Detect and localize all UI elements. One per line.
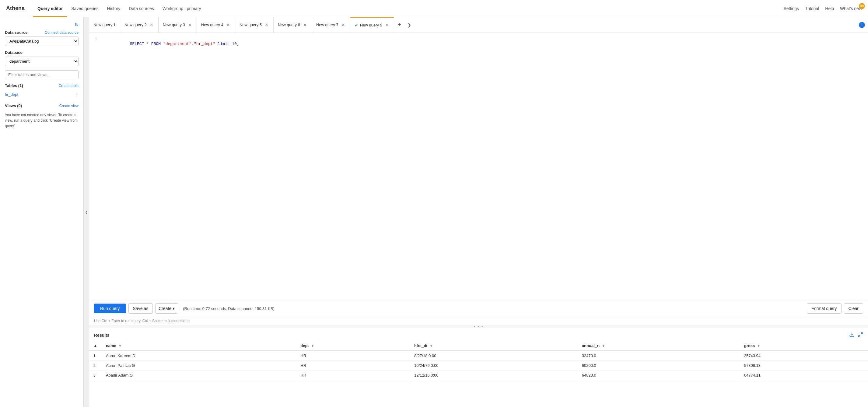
toolbar-right: Format query Clear <box>807 303 863 314</box>
results-table-body: 1 Aaron Kareem D HR 8/27/18 0:00 32470.0… <box>89 351 868 380</box>
tab-new-query-6[interactable]: New query 6 ✕ <box>274 17 312 33</box>
nav-query-editor[interactable]: Query editor <box>33 0 67 17</box>
cell-dept-0: HR <box>296 351 410 361</box>
cell-hire-dt-0: 8/27/18 0:00 <box>410 351 578 361</box>
cell-rownum-2: 3 <box>89 371 102 380</box>
create-view-link[interactable]: Create view <box>59 104 79 108</box>
sort-name-icon: ▼ <box>118 344 121 348</box>
run-query-button[interactable]: Run query <box>94 304 126 313</box>
cell-name-2: Abadir Adam O <box>102 371 296 380</box>
results-table-head: ▲ name ▼ dept ▼ <box>89 341 868 351</box>
col-header-name[interactable]: name ▼ <box>102 341 296 351</box>
tab-label-9: New query 9 <box>360 23 382 27</box>
create-table-link[interactable]: Create table <box>59 83 79 88</box>
nav-tutorial[interactable]: Tutorial <box>805 6 819 11</box>
tab-close-2[interactable]: ✕ <box>149 23 154 27</box>
more-tabs-button[interactable]: ❯ <box>404 17 414 33</box>
query-tabs: New query 1 New query 2 ✕ New query 3 ✕ … <box>89 17 868 33</box>
col-header-hire-dt[interactable]: hire_dt ▼ <box>410 341 578 351</box>
tab-close-5[interactable]: ✕ <box>264 23 269 27</box>
nav-history[interactable]: History <box>103 0 125 17</box>
expand-results-button[interactable] <box>858 332 863 339</box>
datasource-select[interactable]: AwsDataCatalog <box>5 36 79 46</box>
nav-help[interactable]: Help <box>825 6 834 11</box>
tab-label-7: New query 7 <box>316 23 338 27</box>
sidebar-toggle-button[interactable]: ❮ <box>84 17 89 407</box>
results-title: Results <box>94 333 110 338</box>
tab-label-2: New query 2 <box>124 23 147 27</box>
whats-new-badge: 10+ <box>859 3 865 9</box>
sidebar: ↻ Data source Connect data source AwsDat… <box>0 17 84 407</box>
cell-rownum-1: 2 <box>89 361 102 371</box>
cell-gross-2: 64774.11 <box>740 371 868 380</box>
table-row: 3 Abadir Adam O HR 12/12/16 0:00 64823.0… <box>89 371 868 380</box>
tab-close-4[interactable]: ✕ <box>226 23 231 27</box>
table-item-hr-dept[interactable]: hr_dept ⋮ <box>5 90 79 99</box>
cell-hire-dt-1: 10/24/79 0:00 <box>410 361 578 371</box>
tab-new-query-2[interactable]: New query 2 ✕ <box>120 17 159 33</box>
sort-annual-rt-icon: ▼ <box>602 344 605 348</box>
tab-new-query-5[interactable]: New query 5 ✕ <box>235 17 274 33</box>
views-empty-text: You have not created any views. To creat… <box>5 112 79 129</box>
nav-data-sources[interactable]: Data sources <box>124 0 158 17</box>
line-number-1: 1 <box>89 37 101 41</box>
create-chevron-icon: ▾ <box>173 306 175 311</box>
add-tab-button[interactable]: + <box>394 17 405 33</box>
cell-rownum-0: 1 <box>89 351 102 361</box>
nav-saved-queries[interactable]: Saved queries <box>67 0 103 17</box>
svg-line-2 <box>858 335 860 337</box>
views-toggle[interactable]: Views (0) <box>5 103 22 108</box>
cell-gross-1: 57806.13 <box>740 361 868 371</box>
table-options-icon[interactable]: ⋮ <box>74 92 79 97</box>
tab-close-9[interactable]: ✕ <box>385 23 390 28</box>
col-header-rownum[interactable]: ▲ <box>89 341 102 351</box>
tab-label-6: New query 6 <box>278 23 300 27</box>
database-label: Database <box>5 50 79 55</box>
filter-tables-input[interactable] <box>5 70 79 79</box>
nav-workgroup[interactable]: Workgroup : primary <box>158 0 206 17</box>
tab-new-query-1[interactable]: New query 1 <box>89 17 120 33</box>
sort-up-icon: ▲ <box>93 343 97 348</box>
cell-name-1: Aaron Patricia G <box>102 361 296 371</box>
tab-close-6[interactable]: ✕ <box>303 23 307 27</box>
nav-settings[interactable]: Settings <box>784 6 799 11</box>
tab-label-5: New query 5 <box>240 23 262 27</box>
tab-label-1: New query 1 <box>93 23 116 27</box>
table-row: 2 Aaron Patricia G HR 10/24/79 0:00 6020… <box>89 361 868 371</box>
tab-new-query-4[interactable]: New query 4 ✕ <box>197 17 235 33</box>
create-button[interactable]: Create ▾ <box>155 303 178 314</box>
col-header-annual-rt[interactable]: annual_rt ▼ <box>578 341 740 351</box>
cell-dept-2: HR <box>296 371 410 380</box>
tab-new-query-7[interactable]: New query 7 ✕ <box>312 17 350 33</box>
views-section-header: Views (0) Create view <box>5 103 79 108</box>
code-line-1: 1 SELECT * FROM "department"."hr_dept" l… <box>89 36 868 52</box>
tab-close-3[interactable]: ✕ <box>187 23 192 27</box>
cell-dept-1: HR <box>296 361 410 371</box>
tab-close-7[interactable]: ✕ <box>341 23 346 27</box>
editor-info-button[interactable]: i <box>856 17 868 33</box>
main-layout: ↻ Data source Connect data source AwsDat… <box>0 17 868 407</box>
database-select[interactable]: department <box>5 57 79 66</box>
save-as-button[interactable]: Save as <box>128 303 153 314</box>
refresh-icon[interactable]: ↻ <box>74 22 79 28</box>
datasource-header: Data source Connect data source <box>5 30 79 35</box>
download-results-button[interactable] <box>849 332 855 339</box>
format-query-button[interactable]: Format query <box>807 303 841 314</box>
col-header-gross[interactable]: gross ▼ <box>740 341 868 351</box>
tab-new-query-9[interactable]: ✔ New query 9 ✕ <box>350 17 394 33</box>
svg-line-1 <box>861 333 863 334</box>
tables-toggle[interactable]: Tables (1) <box>5 83 23 88</box>
sidebar-refresh-area: ↻ <box>5 22 79 28</box>
code-editor[interactable]: 1 SELECT * FROM "department"."hr_dept" l… <box>89 33 868 300</box>
datasource-label: Data source <box>5 30 27 35</box>
results-table: ▲ name ▼ dept ▼ <box>89 341 868 380</box>
cell-annual-rt-2: 64823.0 <box>578 371 740 380</box>
resize-divider[interactable]: • • • <box>89 325 868 328</box>
results-icons <box>849 332 863 339</box>
tab-new-query-3[interactable]: New query 3 ✕ <box>159 17 197 33</box>
connect-datasource-link[interactable]: Connect data source <box>45 30 79 35</box>
cell-name-0: Aaron Kareem D <box>102 351 296 361</box>
clear-button[interactable]: Clear <box>844 303 863 314</box>
nav-whats-new[interactable]: What's new 10+ <box>840 6 862 11</box>
col-header-dept[interactable]: dept ▼ <box>296 341 410 351</box>
